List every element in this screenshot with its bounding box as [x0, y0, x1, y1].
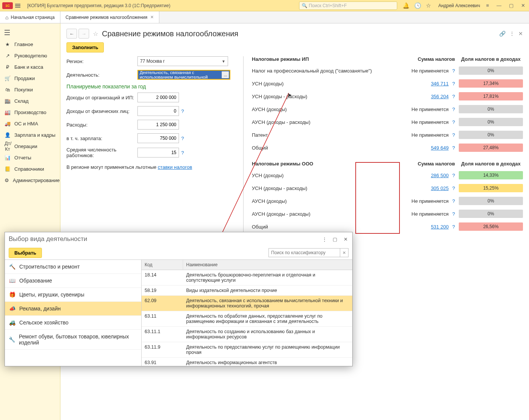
help-icon[interactable]: ? [181, 150, 184, 156]
help-icon[interactable]: ? [452, 119, 455, 125]
select-button[interactable]: Выбрать [9, 248, 42, 258]
sidebar-item[interactable]: Дт/КтОперации [0, 141, 60, 152]
sidebar-item[interactable]: 📒Справочники [0, 163, 60, 174]
category-item[interactable]: 📣Реклама, дизайн [5, 302, 141, 316]
sidebar-item[interactable]: ₽Банк и касса [0, 61, 60, 73]
activity-code: 63.11.1 [142, 327, 183, 342]
help-icon[interactable]: ? [452, 211, 455, 217]
category-item[interactable]: 🎁Цветы, игрушки, сувениры [5, 288, 141, 302]
sidebar-icon: 🛍 [5, 87, 11, 93]
category-item[interactable]: 🔧Ремонт обуви, бытовых товаров, ювелирны… [5, 330, 141, 350]
sidebar-icon: 🏭 [5, 110, 11, 115]
category-list[interactable]: 🔨Строительство и ремонт📖Образование🎁Цвет… [5, 260, 142, 366]
category-icon: 🚜 [9, 320, 15, 326]
expenses-input[interactable] [137, 120, 179, 130]
activity-row[interactable]: 63.11Деятельность по обработке данных, п… [142, 311, 352, 327]
sidebar-item[interactable]: 🛍Покупки [0, 84, 60, 95]
income-org-input[interactable] [137, 93, 179, 102]
activity-row[interactable]: 58.19Виды издательской деятельности проч… [142, 286, 352, 296]
tax-rates-link[interactable]: ставки налогов [158, 164, 192, 170]
minimize-icon[interactable]: — [495, 3, 503, 8]
help-icon[interactable]: ? [452, 107, 455, 112]
modal-close-icon[interactable]: ✕ [342, 236, 349, 242]
tax-name: УСН (доходы - расходы) [252, 94, 410, 99]
forward-button[interactable]: → [79, 29, 89, 39]
user-name[interactable]: Андрей Алексеевич [438, 3, 480, 8]
classifier-search-input[interactable] [268, 248, 340, 257]
sidebar-item[interactable]: 📊Отчеты [0, 152, 60, 163]
modal-more-icon[interactable]: ⋮ [321, 236, 327, 242]
sidebar-item[interactable]: ⚙Администрирование [0, 174, 60, 186]
sidebar-item[interactable]: 🚚ОС и НМА [0, 118, 60, 129]
share-bar: 17,81% [459, 92, 523, 100]
sidebar-item[interactable]: ↗Руководителю [0, 50, 60, 61]
activity-row[interactable]: 62.09Деятельность, связанная с использов… [142, 296, 352, 311]
category-item[interactable]: 🔨Строительство и ремонт [5, 260, 141, 274]
help-icon[interactable]: ? [452, 224, 455, 230]
titlebar-menu-icon[interactable]: ≡ [484, 3, 490, 8]
page-close-icon[interactable]: ✕ [518, 31, 523, 37]
sidebar-item[interactable]: 🛒Продажи [0, 73, 60, 84]
tax-sum-link[interactable]: 286 500 [431, 173, 449, 178]
sidebar-icon: 📒 [5, 166, 11, 172]
help-icon[interactable]: ? [452, 132, 455, 138]
sidebar-item[interactable]: ★Главное [0, 39, 60, 50]
star-icon[interactable]: ☆ [426, 2, 431, 9]
help-icon[interactable]: ? [452, 81, 455, 86]
activity-row[interactable]: 63.11.1Деятельность по созданию и исполь… [142, 327, 352, 342]
not-applicable: Не применяется [412, 198, 449, 204]
category-item[interactable]: 📖Образование [5, 274, 141, 288]
help-icon[interactable]: ? [181, 136, 184, 141]
back-button[interactable]: ← [66, 29, 77, 39]
maximize-icon[interactable]: ▢ [507, 3, 515, 8]
help-icon[interactable]: ? [452, 198, 455, 204]
tax-sum-link[interactable]: 305 025 [431, 185, 449, 191]
tab-home[interactable]: Начальная страница [0, 11, 60, 23]
salary-input[interactable] [137, 133, 179, 143]
tax-sum-link[interactable]: 549 649 [431, 145, 449, 151]
activity-name: Деятельность информационных агентств [183, 358, 352, 366]
headcount-input[interactable] [137, 148, 179, 158]
modal-maximize-icon[interactable]: ▢ [332, 236, 338, 242]
hamburger-icon[interactable] [15, 2, 23, 9]
link-icon[interactable]: 🔗 [499, 31, 506, 37]
close-icon[interactable]: ✕ [520, 3, 527, 8]
favorite-icon[interactable]: ☆ [93, 30, 98, 37]
help-icon[interactable]: ? [452, 68, 455, 74]
fill-button[interactable]: Заполнить [66, 42, 104, 52]
tax-sum-link[interactable]: 356 204 [431, 94, 449, 99]
tax-sum-link[interactable]: 346 711 [431, 81, 449, 86]
help-icon[interactable]: ? [452, 185, 455, 191]
tab-comparison[interactable]: Сравнение режимов налогообложения ✕ [60, 11, 160, 23]
help-icon[interactable]: ? [181, 108, 184, 114]
sidebar-hamburger[interactable] [0, 26, 60, 39]
activity-row[interactable]: 18.14Деятельность брошюровочно-переплетн… [142, 270, 352, 286]
tab-close-icon[interactable]: ✕ [150, 15, 154, 20]
search-input[interactable]: 🔍 Поиск Ctrl+Shift+F [299, 2, 397, 10]
sidebar-label: Главное [14, 42, 33, 47]
history-icon[interactable]: 🕓 [414, 2, 421, 9]
region-select[interactable]: 77 Москва г ▼ [137, 56, 228, 66]
category-item[interactable]: 🚜Сельское хозяйство [5, 316, 141, 330]
activity-row[interactable]: 63.91Деятельность информационных агентст… [142, 358, 352, 366]
share-bar: 0% [459, 197, 523, 205]
search-clear-icon[interactable]: ✕ [340, 248, 349, 257]
more-icon[interactable]: ⋮ [509, 31, 515, 37]
tax-sum-link[interactable]: 531 200 [431, 224, 449, 230]
activity-table[interactable]: Код Наименование 18.14Деятельность брошю… [142, 260, 352, 366]
help-icon[interactable]: ? [452, 145, 455, 151]
tax-name: АУСН (доходы) [252, 198, 410, 204]
activity-select[interactable]: Деятельность, связанная с использованием… [137, 70, 230, 80]
help-icon[interactable]: ? [452, 94, 455, 99]
sidebar-label: ОС и НМА [14, 121, 38, 127]
sidebar-item[interactable]: 🏭Производство [0, 107, 60, 118]
activity-row[interactable]: 63.11.9Деятельность по предоставлению ус… [142, 342, 352, 358]
help-icon[interactable]: ? [452, 173, 455, 178]
income-phys-input[interactable] [137, 106, 179, 116]
tab-label: Сравнение режимов налогообложения [66, 15, 148, 20]
activity-code: 63.11 [142, 311, 183, 326]
bell-icon[interactable]: 🔔 [403, 2, 410, 9]
sidebar-item[interactable]: 👤Зарплата и кадры [0, 129, 60, 141]
sidebar-item[interactable]: 🏬Склад [0, 95, 60, 107]
category-label: Цветы, игрушки, сувениры [19, 292, 84, 298]
